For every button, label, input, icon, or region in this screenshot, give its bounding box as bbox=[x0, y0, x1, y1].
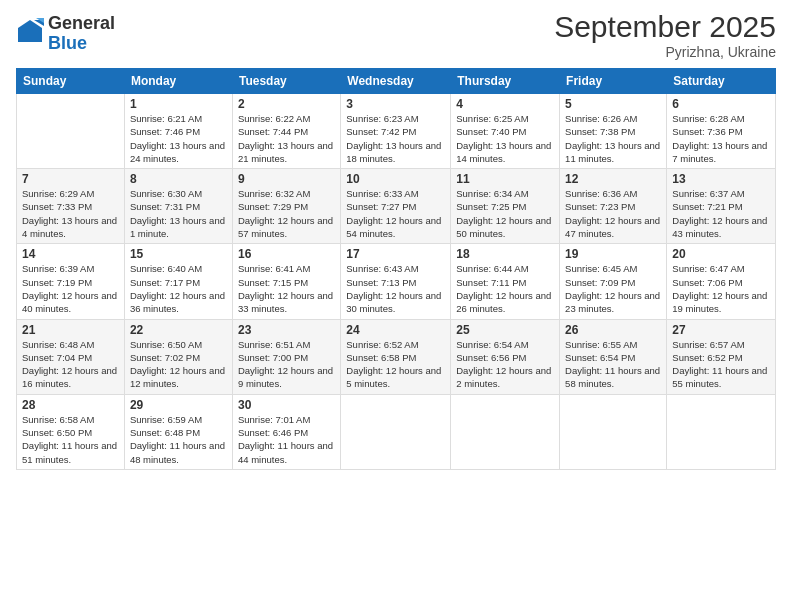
calendar-cell: 11Sunrise: 6:34 AM Sunset: 7:25 PM Dayli… bbox=[451, 169, 560, 244]
day-number: 6 bbox=[672, 97, 770, 111]
logo-icon bbox=[16, 18, 44, 46]
day-info: Sunrise: 6:22 AM Sunset: 7:44 PM Dayligh… bbox=[238, 112, 335, 165]
day-number: 26 bbox=[565, 323, 661, 337]
calendar-cell: 3Sunrise: 6:23 AM Sunset: 7:42 PM Daylig… bbox=[341, 94, 451, 169]
day-number: 14 bbox=[22, 247, 119, 261]
day-number: 15 bbox=[130, 247, 227, 261]
calendar-week-row: 1Sunrise: 6:21 AM Sunset: 7:46 PM Daylig… bbox=[17, 94, 776, 169]
day-info: Sunrise: 6:48 AM Sunset: 7:04 PM Dayligh… bbox=[22, 338, 119, 391]
calendar-cell: 23Sunrise: 6:51 AM Sunset: 7:00 PM Dayli… bbox=[232, 319, 340, 394]
calendar-cell: 30Sunrise: 7:01 AM Sunset: 6:46 PM Dayli… bbox=[232, 394, 340, 469]
calendar-header-row: SundayMondayTuesdayWednesdayThursdayFrid… bbox=[17, 69, 776, 94]
calendar-week-row: 7Sunrise: 6:29 AM Sunset: 7:33 PM Daylig… bbox=[17, 169, 776, 244]
day-info: Sunrise: 6:54 AM Sunset: 6:56 PM Dayligh… bbox=[456, 338, 554, 391]
calendar-cell: 2Sunrise: 6:22 AM Sunset: 7:44 PM Daylig… bbox=[232, 94, 340, 169]
day-info: Sunrise: 6:39 AM Sunset: 7:19 PM Dayligh… bbox=[22, 262, 119, 315]
title-block: September 2025 Pyrizhna, Ukraine bbox=[554, 10, 776, 60]
day-number: 2 bbox=[238, 97, 335, 111]
calendar-cell: 26Sunrise: 6:55 AM Sunset: 6:54 PM Dayli… bbox=[560, 319, 667, 394]
calendar-cell: 14Sunrise: 6:39 AM Sunset: 7:19 PM Dayli… bbox=[17, 244, 125, 319]
day-info: Sunrise: 6:29 AM Sunset: 7:33 PM Dayligh… bbox=[22, 187, 119, 240]
col-header-sunday: Sunday bbox=[17, 69, 125, 94]
calendar-week-row: 14Sunrise: 6:39 AM Sunset: 7:19 PM Dayli… bbox=[17, 244, 776, 319]
calendar-cell: 16Sunrise: 6:41 AM Sunset: 7:15 PM Dayli… bbox=[232, 244, 340, 319]
day-info: Sunrise: 6:51 AM Sunset: 7:00 PM Dayligh… bbox=[238, 338, 335, 391]
calendar-cell: 4Sunrise: 6:25 AM Sunset: 7:40 PM Daylig… bbox=[451, 94, 560, 169]
day-number: 3 bbox=[346, 97, 445, 111]
day-number: 21 bbox=[22, 323, 119, 337]
calendar-cell: 7Sunrise: 6:29 AM Sunset: 7:33 PM Daylig… bbox=[17, 169, 125, 244]
day-info: Sunrise: 6:41 AM Sunset: 7:15 PM Dayligh… bbox=[238, 262, 335, 315]
day-info: Sunrise: 6:40 AM Sunset: 7:17 PM Dayligh… bbox=[130, 262, 227, 315]
col-header-monday: Monday bbox=[124, 69, 232, 94]
day-info: Sunrise: 6:21 AM Sunset: 7:46 PM Dayligh… bbox=[130, 112, 227, 165]
col-header-tuesday: Tuesday bbox=[232, 69, 340, 94]
day-number: 17 bbox=[346, 247, 445, 261]
day-info: Sunrise: 6:45 AM Sunset: 7:09 PM Dayligh… bbox=[565, 262, 661, 315]
calendar-cell: 6Sunrise: 6:28 AM Sunset: 7:36 PM Daylig… bbox=[667, 94, 776, 169]
day-number: 20 bbox=[672, 247, 770, 261]
day-info: Sunrise: 6:23 AM Sunset: 7:42 PM Dayligh… bbox=[346, 112, 445, 165]
calendar-cell: 17Sunrise: 6:43 AM Sunset: 7:13 PM Dayli… bbox=[341, 244, 451, 319]
day-info: Sunrise: 6:47 AM Sunset: 7:06 PM Dayligh… bbox=[672, 262, 770, 315]
calendar-cell: 22Sunrise: 6:50 AM Sunset: 7:02 PM Dayli… bbox=[124, 319, 232, 394]
logo-general: General bbox=[48, 14, 115, 34]
page-header: General Blue September 2025 Pyrizhna, Uk… bbox=[16, 10, 776, 60]
month-title: September 2025 bbox=[554, 10, 776, 44]
calendar-cell: 9Sunrise: 6:32 AM Sunset: 7:29 PM Daylig… bbox=[232, 169, 340, 244]
calendar-cell bbox=[17, 94, 125, 169]
day-number: 8 bbox=[130, 172, 227, 186]
day-info: Sunrise: 6:59 AM Sunset: 6:48 PM Dayligh… bbox=[130, 413, 227, 466]
day-number: 11 bbox=[456, 172, 554, 186]
calendar-cell: 10Sunrise: 6:33 AM Sunset: 7:27 PM Dayli… bbox=[341, 169, 451, 244]
day-info: Sunrise: 6:25 AM Sunset: 7:40 PM Dayligh… bbox=[456, 112, 554, 165]
day-info: Sunrise: 6:55 AM Sunset: 6:54 PM Dayligh… bbox=[565, 338, 661, 391]
day-info: Sunrise: 6:32 AM Sunset: 7:29 PM Dayligh… bbox=[238, 187, 335, 240]
location-subtitle: Pyrizhna, Ukraine bbox=[554, 44, 776, 60]
calendar-cell: 8Sunrise: 6:30 AM Sunset: 7:31 PM Daylig… bbox=[124, 169, 232, 244]
logo-text: General Blue bbox=[48, 14, 115, 54]
day-number: 30 bbox=[238, 398, 335, 412]
day-info: Sunrise: 6:30 AM Sunset: 7:31 PM Dayligh… bbox=[130, 187, 227, 240]
logo: General Blue bbox=[16, 14, 115, 54]
day-number: 29 bbox=[130, 398, 227, 412]
day-number: 12 bbox=[565, 172, 661, 186]
day-info: Sunrise: 6:34 AM Sunset: 7:25 PM Dayligh… bbox=[456, 187, 554, 240]
calendar-cell: 28Sunrise: 6:58 AM Sunset: 6:50 PM Dayli… bbox=[17, 394, 125, 469]
day-info: Sunrise: 6:58 AM Sunset: 6:50 PM Dayligh… bbox=[22, 413, 119, 466]
day-number: 18 bbox=[456, 247, 554, 261]
col-header-friday: Friday bbox=[560, 69, 667, 94]
day-number: 19 bbox=[565, 247, 661, 261]
day-info: Sunrise: 6:50 AM Sunset: 7:02 PM Dayligh… bbox=[130, 338, 227, 391]
day-info: Sunrise: 6:43 AM Sunset: 7:13 PM Dayligh… bbox=[346, 262, 445, 315]
calendar-cell bbox=[341, 394, 451, 469]
day-info: Sunrise: 7:01 AM Sunset: 6:46 PM Dayligh… bbox=[238, 413, 335, 466]
col-header-wednesday: Wednesday bbox=[341, 69, 451, 94]
calendar-cell: 27Sunrise: 6:57 AM Sunset: 6:52 PM Dayli… bbox=[667, 319, 776, 394]
day-info: Sunrise: 6:57 AM Sunset: 6:52 PM Dayligh… bbox=[672, 338, 770, 391]
day-info: Sunrise: 6:36 AM Sunset: 7:23 PM Dayligh… bbox=[565, 187, 661, 240]
day-info: Sunrise: 6:26 AM Sunset: 7:38 PM Dayligh… bbox=[565, 112, 661, 165]
day-number: 9 bbox=[238, 172, 335, 186]
calendar-cell: 15Sunrise: 6:40 AM Sunset: 7:17 PM Dayli… bbox=[124, 244, 232, 319]
calendar-cell: 18Sunrise: 6:44 AM Sunset: 7:11 PM Dayli… bbox=[451, 244, 560, 319]
day-number: 22 bbox=[130, 323, 227, 337]
day-info: Sunrise: 6:33 AM Sunset: 7:27 PM Dayligh… bbox=[346, 187, 445, 240]
day-number: 13 bbox=[672, 172, 770, 186]
day-number: 10 bbox=[346, 172, 445, 186]
calendar-week-row: 28Sunrise: 6:58 AM Sunset: 6:50 PM Dayli… bbox=[17, 394, 776, 469]
day-number: 16 bbox=[238, 247, 335, 261]
svg-marker-0 bbox=[18, 20, 42, 42]
day-info: Sunrise: 6:44 AM Sunset: 7:11 PM Dayligh… bbox=[456, 262, 554, 315]
col-header-thursday: Thursday bbox=[451, 69, 560, 94]
calendar-cell: 29Sunrise: 6:59 AM Sunset: 6:48 PM Dayli… bbox=[124, 394, 232, 469]
day-info: Sunrise: 6:37 AM Sunset: 7:21 PM Dayligh… bbox=[672, 187, 770, 240]
calendar-cell: 12Sunrise: 6:36 AM Sunset: 7:23 PM Dayli… bbox=[560, 169, 667, 244]
day-number: 5 bbox=[565, 97, 661, 111]
day-number: 7 bbox=[22, 172, 119, 186]
calendar-cell: 5Sunrise: 6:26 AM Sunset: 7:38 PM Daylig… bbox=[560, 94, 667, 169]
calendar-cell bbox=[560, 394, 667, 469]
calendar-cell bbox=[667, 394, 776, 469]
calendar-cell: 24Sunrise: 6:52 AM Sunset: 6:58 PM Dayli… bbox=[341, 319, 451, 394]
calendar-cell bbox=[451, 394, 560, 469]
